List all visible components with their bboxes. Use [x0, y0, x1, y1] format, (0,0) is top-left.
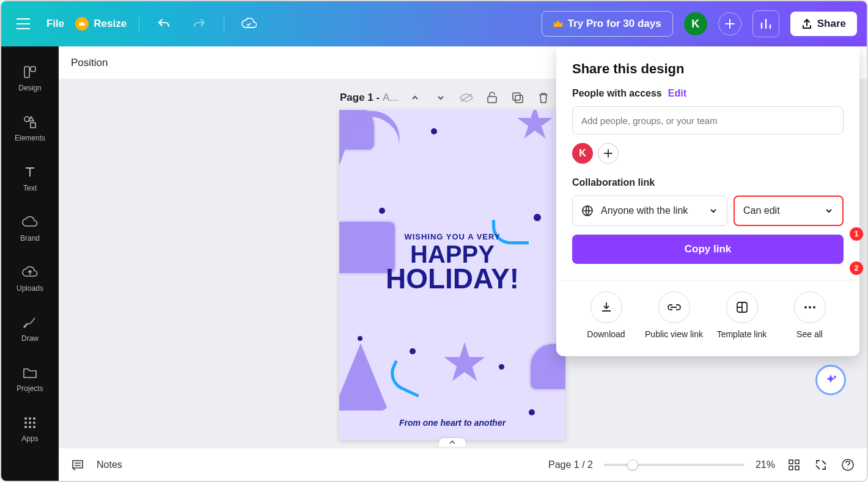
zoom-slider-thumb[interactable] [627, 459, 638, 470]
redo-button[interactable] [187, 12, 211, 36]
svg-point-7 [24, 422, 27, 424]
card-title-line2: HOLIDAY! [339, 266, 565, 293]
svg-point-25 [813, 306, 815, 309]
public-view-link-action[interactable]: Public view link [641, 291, 708, 339]
candy-cane-art [339, 110, 407, 202]
ai-assistant-button[interactable] [815, 365, 846, 395]
share-label: Share [817, 18, 846, 30]
lock-button[interactable] [484, 89, 501, 106]
visibility-button[interactable] [458, 89, 475, 106]
svg-point-24 [809, 306, 811, 309]
svg-rect-0 [24, 67, 29, 78]
undo-icon [156, 18, 171, 30]
sidebar-item-label: Brand [20, 234, 40, 243]
bottombar: Notes Page 1 / 2 21% [59, 448, 867, 481]
hamburger-icon [17, 18, 30, 29]
try-pro-button[interactable]: Try Pro for 30 days [542, 11, 673, 37]
undo-button[interactable] [152, 12, 176, 36]
callout-badge-2: 2 [850, 261, 863, 275]
hamburger-menu-button[interactable] [11, 12, 35, 36]
svg-rect-15 [515, 95, 523, 103]
fullscreen-button[interactable] [813, 457, 829, 473]
page-title-prefix: Page 1 - [340, 92, 383, 103]
see-all-action[interactable]: See all [776, 291, 844, 339]
grid-view-button[interactable] [786, 457, 802, 473]
duplicate-button[interactable] [509, 89, 526, 106]
delete-button[interactable] [535, 89, 552, 106]
design-canvas[interactable]: WISHING YOU A VERY HAPPY HOLIDAY! From o… [339, 110, 565, 440]
resize-button[interactable]: Resize [75, 17, 127, 31]
svg-point-8 [29, 422, 31, 424]
page-title[interactable]: Page 1 - A... [340, 92, 398, 104]
draw-icon [22, 315, 38, 330]
download-action[interactable]: Download [573, 291, 640, 339]
link-scope-value: Anyone with the link [601, 205, 688, 216]
file-menu[interactable]: File [46, 18, 64, 30]
add-member-button[interactable] [718, 12, 741, 35]
sidebar-item-text[interactable]: Text [1, 154, 59, 203]
svg-point-10 [24, 426, 27, 428]
sidebar-item-brand[interactable]: Brand [1, 204, 59, 253]
template-link-action[interactable]: Template link [708, 291, 776, 339]
edit-access-button[interactable]: Edit [668, 88, 686, 99]
sidebar-item-label: Uploads [17, 284, 43, 293]
dot-art [379, 208, 385, 214]
copy-link-button[interactable]: Copy link [572, 235, 844, 264]
action-label: See all [796, 329, 823, 339]
sidebar-item-apps[interactable]: Apps [1, 404, 59, 453]
card-headline: WISHING YOU A VERY HAPPY HOLIDAY! [339, 232, 565, 293]
sidebar-item-label: Design [18, 84, 41, 92]
plus-icon [724, 18, 735, 29]
left-sidebar: Design Elements Text Brand Uploads Draw … [1, 46, 59, 481]
share-button[interactable]: Share [790, 12, 857, 36]
download-icon [600, 301, 612, 313]
svg-rect-19 [795, 466, 799, 470]
add-people-input[interactable] [572, 106, 844, 134]
action-label: Download [587, 329, 625, 339]
cloud-check-icon [241, 18, 257, 30]
folder-icon [22, 365, 38, 381]
user-avatar[interactable]: K [684, 12, 707, 35]
sparkle-icon [824, 373, 837, 387]
svg-rect-16 [789, 460, 793, 464]
action-label: Public view link [645, 329, 703, 339]
zoom-level[interactable]: 21% [756, 459, 775, 470]
dot-art [499, 364, 504, 370]
page-indicator[interactable]: Page 1 / 2 [548, 459, 593, 470]
plus-icon [604, 149, 612, 158]
dot-art [529, 409, 535, 415]
next-page-button[interactable] [432, 89, 449, 106]
position-button[interactable]: Position [71, 57, 108, 69]
people-access-label: People with access [572, 88, 662, 99]
bar-chart-icon [760, 18, 772, 29]
add-person-button[interactable] [598, 143, 619, 164]
design-icon [22, 64, 38, 80]
action-label: Template link [717, 329, 767, 339]
cloud-sync-button[interactable] [237, 12, 261, 36]
card-footer: From one heart to another [339, 418, 565, 428]
link-scope-dropdown[interactable]: Anyone with the link [572, 195, 727, 226]
uploads-icon [22, 265, 38, 280]
svg-point-5 [29, 417, 31, 420]
sidebar-item-elements[interactable]: Elements [1, 104, 59, 153]
permission-dropdown[interactable]: Can edit [734, 195, 844, 226]
svg-rect-3 [31, 123, 35, 128]
prev-page-button[interactable] [406, 89, 424, 106]
notes-icon [70, 457, 86, 473]
zoom-slider[interactable] [604, 464, 745, 466]
star-cookie-art [443, 342, 486, 385]
sidebar-item-projects[interactable]: Projects [1, 354, 59, 403]
card-subtitle: WISHING YOU A VERY [339, 232, 565, 241]
page-expand-handle[interactable] [439, 438, 466, 447]
sidebar-item-uploads[interactable]: Uploads [1, 254, 59, 303]
more-icon [804, 305, 816, 309]
insights-button[interactable] [752, 10, 779, 37]
sidebar-item-design[interactable]: Design [1, 54, 59, 103]
sidebar-item-draw[interactable]: Draw [1, 304, 59, 353]
help-button[interactable] [840, 457, 856, 473]
separator [139, 15, 139, 32]
collab-link-label: Collaboration link [572, 177, 844, 188]
separator [224, 15, 224, 32]
notes-button[interactable]: Notes [97, 459, 122, 470]
person-avatar[interactable]: K [572, 143, 593, 164]
